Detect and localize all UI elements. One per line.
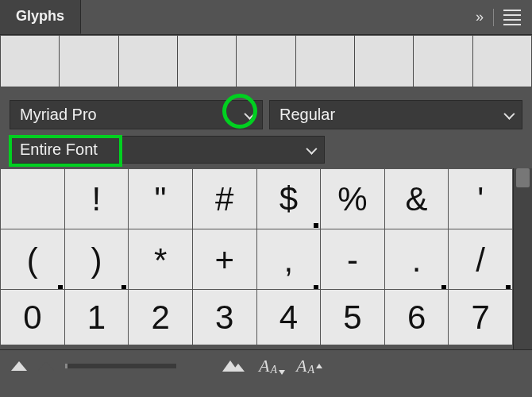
panel-header: Glyphs » xyxy=(0,0,532,35)
chevron-down-icon xyxy=(244,108,255,119)
recent-glyph-slot[interactable] xyxy=(118,35,177,87)
glyph-cell[interactable] xyxy=(0,168,64,229)
zoom-out-icon[interactable] xyxy=(11,361,27,371)
glyph-cell[interactable]: " xyxy=(128,168,192,229)
recent-glyph-slot[interactable] xyxy=(0,35,59,87)
recent-glyph-slot[interactable] xyxy=(354,35,413,87)
glyph-cell[interactable]: + xyxy=(192,229,256,291)
divider xyxy=(493,9,494,26)
glyph-cell[interactable]: ! xyxy=(64,168,129,229)
glyph-cell[interactable]: % xyxy=(320,168,384,229)
glyph-cell[interactable]: . xyxy=(384,229,449,291)
scrollbar[interactable] xyxy=(513,168,532,349)
font-family-dropdown[interactable]: Myriad Pro xyxy=(10,100,263,129)
glyph-cell[interactable]: / xyxy=(448,229,513,291)
glyph-cell[interactable]: 3 xyxy=(192,289,256,345)
chevron-down-icon xyxy=(306,143,317,154)
glyph-cell[interactable]: 0 xyxy=(0,289,64,345)
recent-glyph-slot[interactable] xyxy=(413,35,472,87)
zoom-slider-thumb[interactable] xyxy=(38,361,54,371)
collapse-icon[interactable]: » xyxy=(476,9,484,25)
glyph-cell[interactable]: & xyxy=(384,168,449,229)
subset-row: Entire Font xyxy=(0,136,532,168)
font-style-dropdown[interactable]: Regular xyxy=(269,100,522,129)
font-selector-row: Myriad Pro Regular xyxy=(0,87,532,136)
recent-glyph-slot[interactable] xyxy=(295,35,354,87)
zoom-in-icon[interactable] xyxy=(222,360,248,372)
recent-glyph-slot[interactable] xyxy=(177,35,236,87)
glyph-cell[interactable]: ' xyxy=(448,168,513,229)
increase-size-icon[interactable]: AA xyxy=(296,356,322,376)
panel-tab-glyphs[interactable]: Glyphs xyxy=(0,0,81,34)
alternate-glyph-indicator xyxy=(314,223,318,228)
glyph-cell[interactable]: 4 xyxy=(256,289,321,345)
glyph-grid: !"#$%&'()*+,-./01234567 xyxy=(0,168,513,349)
glyph-cell[interactable]: ) xyxy=(64,229,129,291)
subset-value: Entire Font xyxy=(20,141,98,159)
glyph-cell[interactable]: 5 xyxy=(320,289,384,345)
glyph-cell[interactable]: $ xyxy=(256,168,321,229)
glyph-cell[interactable]: * xyxy=(128,229,192,291)
recent-glyph-slot[interactable] xyxy=(472,35,532,87)
font-style-value: Regular xyxy=(279,106,335,124)
chevron-down-icon xyxy=(503,108,515,119)
glyph-cell[interactable]: 7 xyxy=(448,289,513,345)
recent-glyph-slot[interactable] xyxy=(236,35,295,87)
font-family-value: Myriad Pro xyxy=(20,106,97,124)
recent-glyph-slot[interactable] xyxy=(59,35,118,87)
zoom-slider[interactable] xyxy=(65,364,176,368)
recent-glyphs-row xyxy=(0,35,532,87)
glyph-cell[interactable]: 6 xyxy=(384,289,449,345)
glyph-subset-dropdown[interactable]: Entire Font xyxy=(10,136,325,164)
glyph-cell[interactable]: , xyxy=(256,229,321,291)
panel-menu-icon[interactable] xyxy=(503,10,521,25)
glyph-cell[interactable]: ( xyxy=(0,229,64,291)
scrollbar-thumb[interactable] xyxy=(516,168,530,187)
glyph-cell[interactable]: # xyxy=(192,168,256,229)
glyph-cell[interactable]: 1 xyxy=(64,289,129,345)
glyph-cell[interactable]: - xyxy=(320,229,384,291)
decrease-size-icon[interactable]: AA xyxy=(259,356,285,376)
panel-footer: AA AA xyxy=(0,349,532,381)
glyph-cell[interactable]: 2 xyxy=(128,289,192,345)
glyph-grid-wrap: !"#$%&'()*+,-./01234567 xyxy=(0,168,532,349)
